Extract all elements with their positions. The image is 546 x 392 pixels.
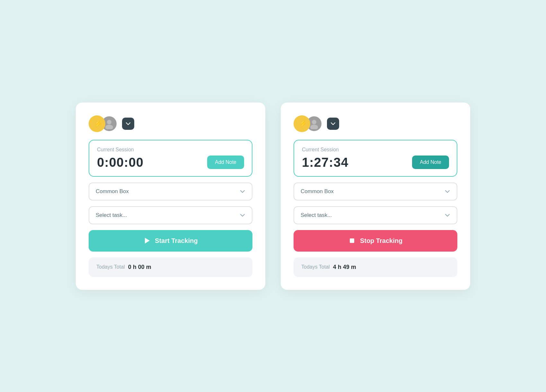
task-dropdown-left[interactable]: Select task... bbox=[89, 206, 252, 224]
project-dropdown-text-right: Common Box bbox=[301, 188, 334, 195]
svg-rect-7 bbox=[350, 238, 354, 243]
totals-label-left: Todays Total bbox=[96, 264, 125, 270]
avatar-group-right: ⚡ bbox=[294, 115, 322, 132]
chevron-down-icon-left bbox=[126, 121, 131, 126]
svg-text:⚡: ⚡ bbox=[94, 119, 102, 128]
user-avatar-icon-left bbox=[104, 118, 115, 129]
start-tracking-btn[interactable]: Start Tracking bbox=[89, 230, 252, 252]
start-tracking-label: Start Tracking bbox=[155, 237, 198, 245]
svg-point-2 bbox=[105, 125, 113, 129]
session-time-left: 0:00:00 bbox=[97, 155, 144, 170]
totals-label-right: Todays Total bbox=[301, 264, 330, 270]
header-dropdown-btn-right[interactable] bbox=[327, 118, 339, 130]
logo-icon-right: ⚡ bbox=[297, 119, 307, 129]
page-wrapper: ⚡ Current Session 0:0 bbox=[0, 83, 546, 309]
avatar-group-left: ⚡ bbox=[89, 115, 118, 132]
add-note-btn-right[interactable]: Add Note bbox=[412, 156, 449, 169]
card-header-left: ⚡ bbox=[89, 115, 252, 132]
task-dropdown-text-right: Select task... bbox=[301, 212, 332, 218]
stop-tracking-btn[interactable]: Stop Tracking bbox=[294, 230, 457, 252]
chevron-down-icon-project-right bbox=[445, 189, 450, 194]
card-header-right: ⚡ bbox=[294, 115, 457, 132]
svg-marker-3 bbox=[145, 238, 150, 244]
project-dropdown-left[interactable]: Common Box bbox=[89, 183, 252, 200]
logo-avatar-right: ⚡ bbox=[294, 115, 310, 132]
chevron-down-icon-task-left bbox=[240, 212, 245, 218]
chevron-down-icon-task-right bbox=[445, 212, 450, 218]
svg-text:⚡: ⚡ bbox=[299, 119, 307, 128]
totals-box-left: Todays Total 0 h 00 m bbox=[89, 257, 252, 277]
play-icon bbox=[143, 237, 150, 244]
session-time-right: 1:27:34 bbox=[302, 155, 348, 170]
svg-point-1 bbox=[107, 120, 111, 124]
chevron-down-icon-project-left bbox=[240, 189, 245, 194]
totals-value-left: 0 h 00 m bbox=[128, 264, 151, 271]
task-dropdown-text-left: Select task... bbox=[96, 212, 127, 218]
project-dropdown-right[interactable]: Common Box bbox=[294, 183, 457, 200]
svg-point-6 bbox=[310, 125, 318, 129]
user-avatar-icon-right bbox=[309, 118, 320, 129]
project-dropdown-text-left: Common Box bbox=[96, 188, 129, 195]
totals-box-right: Todays Total 4 h 49 m bbox=[294, 257, 457, 277]
totals-value-right: 4 h 49 m bbox=[333, 264, 356, 271]
header-dropdown-btn-left[interactable] bbox=[122, 118, 134, 130]
add-note-btn-left[interactable]: Add Note bbox=[207, 156, 244, 169]
logo-icon-left: ⚡ bbox=[92, 119, 102, 129]
session-box-right: Current Session 1:27:34 Add Note bbox=[294, 140, 457, 177]
card-right: ⚡ Current Session 1:27:34 bbox=[281, 102, 470, 290]
session-label-right: Current Session bbox=[302, 147, 449, 153]
session-row-left: 0:00:00 Add Note bbox=[97, 155, 244, 170]
chevron-down-icon-right bbox=[330, 121, 336, 126]
task-dropdown-right[interactable]: Select task... bbox=[294, 206, 457, 224]
session-box-left: Current Session 0:00:00 Add Note bbox=[89, 140, 252, 177]
session-row-right: 1:27:34 Add Note bbox=[302, 155, 449, 170]
card-left: ⚡ Current Session 0:0 bbox=[76, 102, 265, 290]
session-label-left: Current Session bbox=[97, 147, 244, 153]
stop-icon bbox=[348, 237, 356, 244]
svg-point-5 bbox=[312, 120, 316, 124]
stop-tracking-label: Stop Tracking bbox=[360, 237, 402, 245]
logo-avatar-left: ⚡ bbox=[89, 115, 105, 132]
